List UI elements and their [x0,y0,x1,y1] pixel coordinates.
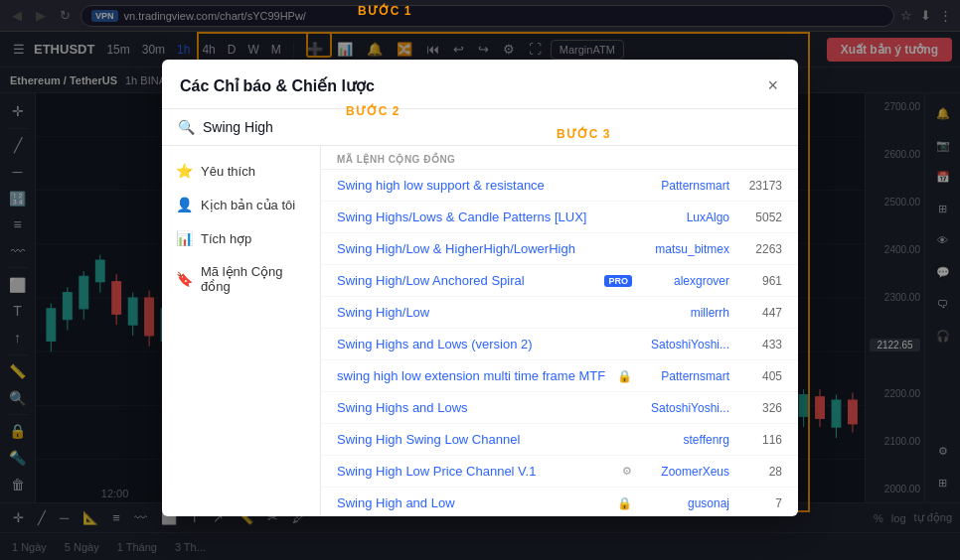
star-icon: ⭐ [176,163,193,179]
sidebar-item-community[interactable]: 🔖 Mã lệnh Cộng đồng [162,255,320,303]
sidebar-label-community: Mã lệnh Cộng đồng [201,264,306,294]
result-name-6: swing high low extension multi time fram… [337,368,609,383]
result-count-4: 447 [737,306,782,320]
result-item-8[interactable]: Swing High Swing Low Channelsteffenrg116 [321,424,798,456]
result-name-8: Swing High Swing Low Channel [337,432,632,447]
result-count-3: 961 [737,274,782,288]
sidebar-label-integrations: Tích hợp [201,231,251,246]
result-item-6[interactable]: swing high low extension multi time fram… [321,360,798,392]
sidebar-item-integrations[interactable]: 📊 Tích hợp [162,221,320,255]
result-author-2: matsu_bitmex [640,242,729,256]
modal-title: Các Chỉ báo & Chiến lược [180,76,375,95]
result-count-6: 405 [737,369,782,383]
results-list: Swing high low support & resistancePatte… [321,170,798,516]
modal-close-button[interactable]: × [765,73,780,98]
result-lock-icon-10: 🔒 [617,496,632,510]
result-name-4: Swing High/Low [337,305,632,320]
result-name-10: Swing High and Low [337,495,609,510]
result-author-4: millerrh [640,306,729,320]
modal-sidebar: ⭐ Yêu thích 👤 Kịch bản của tôi 📊 Tích hợ… [162,146,321,516]
result-count-9: 28 [737,465,782,479]
result-count-1: 5052 [737,210,782,224]
sidebar-item-my-scripts[interactable]: 👤 Kịch bản của tôi [162,188,320,221]
result-count-10: 7 [737,496,782,510]
result-item-5[interactable]: Swing Highs and Lows (version 2)SatoshiY… [321,329,798,360]
result-count-7: 326 [737,401,782,415]
search-icon: 🔍 [178,119,195,135]
result-name-9: Swing High Low Price Channel V.1 [337,464,614,479]
modal-body: ⭐ Yêu thích 👤 Kịch bản của tôi 📊 Tích hợ… [162,146,798,516]
result-count-0: 23173 [737,179,782,193]
bookmark-icon-side: 🔖 [176,271,193,287]
result-author-1: LuxAlgo [640,210,729,224]
result-name-0: Swing high low support & resistance [337,178,632,193]
chart-icon: 📊 [176,230,193,246]
search-input[interactable] [203,119,782,135]
sidebar-item-favorites[interactable]: ⭐ Yêu thích [162,154,320,188]
result-author-9: ZoomerXeus [640,465,729,479]
result-item-9[interactable]: Swing High Low Price Channel V.1⚙ZoomerX… [321,456,798,488]
result-author-0: Patternsmart [640,179,729,193]
result-author-3: alexgrover [640,274,729,288]
result-count-8: 116 [737,433,782,447]
result-author-5: SatoshiYoshi... [640,338,729,351]
result-item-1[interactable]: Swing Highs/Lows & Candle Patterns [LUX]… [321,202,798,233]
result-badge-3: PRO [604,275,632,287]
result-count-5: 433 [737,338,782,351]
result-item-4[interactable]: Swing High/Lowmillerrh447 [321,297,798,329]
result-lock-icon-6: 🔒 [617,369,632,383]
result-name-5: Swing Highs and Lows (version 2) [337,337,632,351]
modal-results: MÃ LỆNH CỘNG ĐỒNG Swing high low support… [321,146,798,516]
modal-search-bar: 🔍 [162,109,798,146]
result-item-0[interactable]: Swing high low support & resistancePatte… [321,170,798,202]
result-name-7: Swing Highs and Lows [337,400,632,415]
result-item-2[interactable]: Swing High/Low & HigherHigh/LowerHighmat… [321,233,798,265]
result-name-3: Swing High/Low Anchored Spiral [337,273,596,288]
result-item-10[interactable]: Swing High and Low🔒gusonaj7 [321,488,798,516]
result-name-2: Swing High/Low & HigherHigh/LowerHigh [337,241,632,256]
result-author-7: SatoshiYoshi... [640,401,729,415]
result-author-8: steffenrg [640,433,729,447]
result-settings-icon-9: ⚙ [622,465,632,478]
sidebar-label-favorites: Yêu thích [201,164,255,179]
result-count-2: 2263 [737,242,782,256]
person-icon: 👤 [176,197,193,212]
modal-overlay[interactable]: Các Chỉ báo & Chiến lược × 🔍 ⭐ Yêu thích… [0,0,960,560]
result-name-1: Swing Highs/Lows & Candle Patterns [LUX] [337,210,632,224]
result-item-7[interactable]: Swing Highs and LowsSatoshiYoshi...326 [321,392,798,424]
results-section-header: MÃ LỆNH CỘNG ĐỒNG [321,146,798,170]
modal: Các Chỉ báo & Chiến lược × 🔍 ⭐ Yêu thích… [162,60,798,516]
result-item-3[interactable]: Swing High/Low Anchored SpiralPROalexgro… [321,265,798,297]
result-author-10: gusonaj [640,496,729,510]
modal-header: Các Chỉ báo & Chiến lược × [162,60,798,109]
result-author-6: Patternsmart [640,369,729,383]
sidebar-label-my-scripts: Kịch bản của tôi [201,198,295,212]
